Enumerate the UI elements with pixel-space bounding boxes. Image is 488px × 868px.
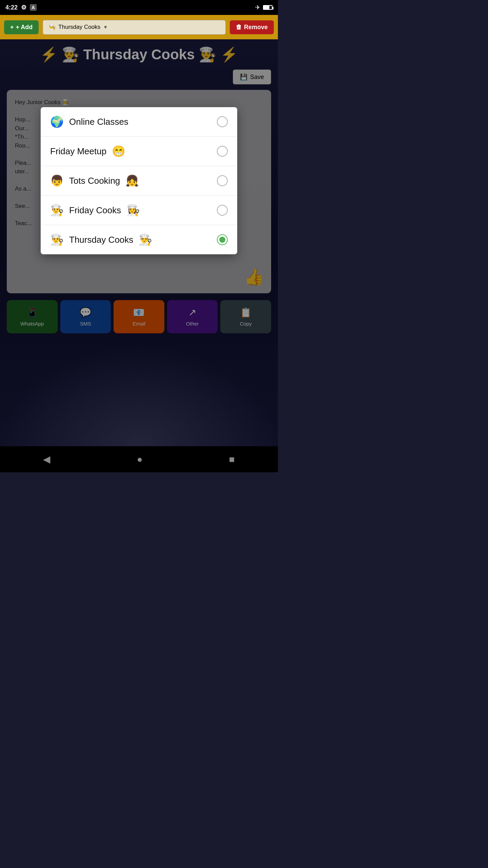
remove-button[interactable]: 🗑 Remove <box>230 20 274 34</box>
online-classes-radio[interactable] <box>217 116 228 127</box>
status-left: 4:22 ⚙ A <box>5 4 37 11</box>
toolbar: + + Add 👨‍🍳 Thursday Cooks ▼ 🗑 Remove <box>0 15 278 39</box>
background-content: ⚡ 👨‍🍳 Thursday Cooks 👨‍🍳 ⚡ 💾 Save Hey Ju… <box>0 39 278 446</box>
status-right: ✈ <box>255 4 272 11</box>
time-display: 4:22 <box>5 4 18 11</box>
tots-cooking-emoji2: 👧 <box>125 174 139 187</box>
plus-icon: + <box>10 24 14 31</box>
friday-cooks-label: Friday Cooks <box>69 205 121 216</box>
friday-meetup-label: Friday Meetup <box>50 146 106 157</box>
add-label: + Add <box>16 24 33 31</box>
group-dropdown[interactable]: 👨‍🍳 Thursday Cooks ▼ <box>43 20 226 35</box>
friday-meetup-radio[interactable] <box>217 146 228 157</box>
thursday-cooks-label: Thursday Cooks <box>69 235 133 245</box>
tots-cooking-radio[interactable] <box>217 175 228 186</box>
airplane-icon: ✈ <box>255 4 260 11</box>
group-select-modal: 🌍 Online Classes Friday Meetup 😁 👦 Tots … <box>41 107 237 254</box>
modal-item-friday-meetup[interactable]: Friday Meetup 😁 <box>41 137 237 166</box>
tots-cooking-emoji: 👦 <box>50 174 64 187</box>
modal-item-thursday-cooks[interactable]: 👨‍🍳 Thursday Cooks 👨‍🍳 <box>41 225 237 254</box>
gear-icon: ⚙ <box>21 4 26 11</box>
modal-overlay[interactable]: 🌍 Online Classes Friday Meetup 😁 👦 Tots … <box>0 39 278 446</box>
remove-label: Remove <box>244 24 268 31</box>
home-nav-button[interactable]: ● <box>129 451 151 468</box>
thursday-cooks-emoji: 👨‍🍳 <box>50 233 64 246</box>
online-classes-label: Online Classes <box>69 117 128 127</box>
add-button[interactable]: + + Add <box>4 20 39 34</box>
status-bar: 4:22 ⚙ A ✈ <box>0 0 278 15</box>
dropdown-arrow-icon: ▼ <box>103 24 108 30</box>
home-icon: ● <box>137 454 143 465</box>
current-group-label: Thursday Cooks <box>58 24 100 31</box>
back-icon: ◀ <box>43 454 50 465</box>
tots-cooking-label: Tots Cooking <box>69 176 120 186</box>
thursday-cooks-emoji2: 👨‍🍳 <box>139 233 152 246</box>
friday-cooks-emoji2: 👩‍🍳 <box>126 204 140 217</box>
back-nav-button[interactable]: ◀ <box>35 451 59 468</box>
modal-item-friday-cooks[interactable]: 👨‍🍳 Friday Cooks 👩‍🍳 <box>41 196 237 225</box>
friday-meetup-emoji: 😁 <box>112 145 125 158</box>
thursday-cooks-radio[interactable] <box>217 234 228 245</box>
battery-icon <box>263 5 272 10</box>
radio-selected-dot <box>219 237 225 243</box>
friday-cooks-emoji: 👨‍🍳 <box>50 204 64 217</box>
group-emoji: 👨‍🍳 <box>48 24 56 31</box>
navigation-bar: ◀ ● ■ <box>0 446 278 472</box>
online-classes-emoji: 🌍 <box>50 115 64 128</box>
modal-item-online-classes[interactable]: 🌍 Online Classes <box>41 107 237 137</box>
font-icon: A <box>30 4 37 11</box>
battery-fill <box>264 6 269 9</box>
trash-icon: 🗑 <box>236 24 242 31</box>
modal-item-tots-cooking[interactable]: 👦 Tots Cooking 👧 <box>41 166 237 196</box>
recent-icon: ■ <box>229 454 235 465</box>
friday-cooks-radio[interactable] <box>217 205 228 216</box>
recent-nav-button[interactable]: ■ <box>221 451 243 468</box>
